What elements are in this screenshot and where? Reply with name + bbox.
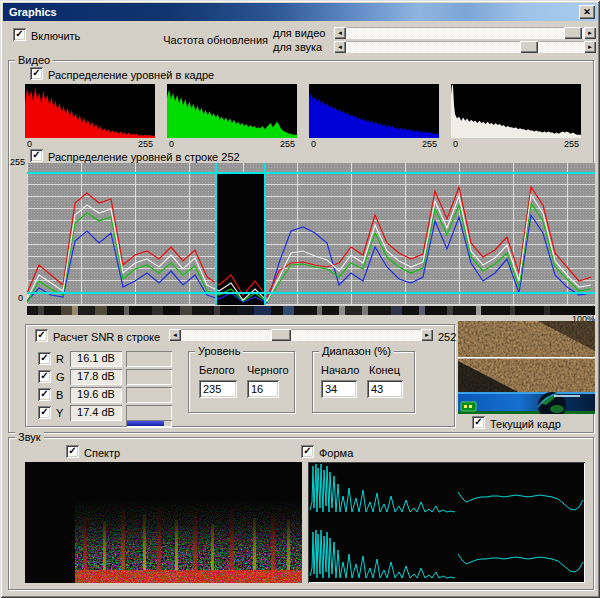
snr-g-label: G (56, 371, 65, 383)
video-frequency-thumb[interactable] (564, 27, 582, 39)
black-level-label: Черного (247, 364, 289, 376)
slider-left-arrow-icon[interactable]: ◄ (334, 27, 346, 39)
level-group: Уровень Белого Черного 235 16 (188, 351, 295, 413)
hist-green-min: 0 (169, 140, 174, 149)
close-icon: ✕ (583, 7, 591, 17)
check-icon: ✓ (68, 445, 76, 456)
slider-right-arrow-icon[interactable]: ► (421, 329, 433, 341)
snr-b-label: B (56, 389, 63, 401)
slider-left-arrow-icon[interactable]: ◄ (169, 329, 181, 341)
range-group: Диапазон (%) Начало Конец 34 43 (312, 351, 415, 413)
snr-label: Расчет SNR в строке (53, 331, 160, 343)
snr-y-label: Y (56, 407, 63, 419)
line-level-chart (27, 163, 595, 305)
line252-blue-trace (27, 215, 591, 303)
frame-distribution-label: Распределение уровней в кадре (48, 69, 214, 81)
waveform-ch2-burst (310, 530, 455, 578)
check-icon: ✓ (32, 67, 40, 78)
range-group-label: Диапазон (%) (319, 345, 394, 357)
histogram-blue-bars (309, 93, 439, 138)
snr-g-value: 17.8 dB (70, 369, 122, 385)
snr-y-checkbox[interactable]: ✓ (38, 406, 51, 419)
title-bar[interactable]: Graphics (3, 3, 597, 21)
shape-label: Форма (319, 447, 353, 459)
graphics-window: Graphics ✕ ✓ Включить Частота обновления… (0, 0, 600, 598)
snr-r-value: 16.1 dB (70, 351, 122, 367)
slider-right-arrow-icon[interactable]: ► (584, 27, 596, 39)
snr-b-value: 19.6 dB (70, 387, 122, 403)
snr-b-checkbox[interactable]: ✓ (38, 388, 51, 401)
white-level-field[interactable]: 235 (199, 380, 237, 398)
slider-right-arrow-icon[interactable]: ► (584, 41, 596, 53)
range-end-label: Конец (369, 364, 400, 376)
snr-g-bar (126, 369, 172, 385)
level-group-label: Уровень (195, 345, 243, 357)
hist-luma-min: 0 (453, 140, 458, 149)
snr-line-thumb[interactable] (271, 329, 291, 341)
check-icon: ✓ (474, 416, 482, 427)
current-frame-label: Текущий кадр (490, 418, 561, 430)
shape-checkbox[interactable]: ✓ (301, 445, 314, 458)
check-icon: ✓ (40, 406, 48, 417)
check-icon: ✓ (37, 329, 45, 340)
sound-group-label: Звук (15, 431, 44, 443)
enable-checkbox[interactable]: ✓ (13, 28, 26, 41)
current-frame-checkbox[interactable]: ✓ (472, 416, 485, 429)
histogram-red-bars (25, 87, 155, 138)
snr-y-value: 17.4 dB (70, 405, 122, 421)
hist-luma-max: 255 (564, 140, 579, 149)
range-end-line (264, 163, 266, 305)
hist-green-max: 255 (280, 140, 295, 149)
audio-spectrogram (25, 462, 302, 583)
hist-red-min: 0 (27, 140, 32, 149)
snr-r-label: R (56, 353, 64, 365)
hist-red-max: 255 (138, 140, 153, 149)
histogram-green-bars (167, 89, 297, 138)
line-distribution-checkbox[interactable]: ✓ (30, 149, 43, 162)
freq-label: Частота обновления (158, 34, 268, 46)
check-icon: ✓ (15, 28, 23, 39)
snr-g-checkbox[interactable]: ✓ (38, 370, 51, 383)
snr-r-checkbox[interactable]: ✓ (38, 352, 51, 365)
frame-distribution-checkbox[interactable]: ✓ (30, 67, 43, 80)
white-level-label: Белого (199, 364, 235, 376)
audio-frequency-slider[interactable]: ◄ ► (334, 41, 596, 53)
window-title: Graphics (9, 6, 57, 18)
snr-checkbox[interactable]: ✓ (35, 329, 48, 342)
range-end-field[interactable]: 43 (367, 380, 403, 398)
check-icon: ✓ (32, 149, 40, 160)
video-frequency-slider[interactable]: ◄ ► (334, 27, 596, 39)
chart-axis-min: 0 (18, 294, 23, 303)
range-start-label: Начало (321, 364, 359, 376)
chart-axis-max: 255 (10, 158, 25, 167)
spectrum-label: Спектр (84, 447, 120, 459)
spectrum-checkbox[interactable]: ✓ (66, 445, 79, 458)
histogram-red (25, 84, 155, 138)
line252-red-trace (27, 187, 591, 297)
current-frame-preview (458, 321, 595, 414)
snr-progress-bar (126, 420, 172, 427)
black-level-field[interactable]: 16 (247, 380, 279, 398)
audio-waveform (308, 462, 585, 583)
waveform-ch2-envelope (458, 554, 583, 572)
enable-label: Включить (31, 30, 80, 42)
waveform-ch1-envelope (458, 492, 583, 510)
snr-line-slider[interactable]: ◄ ► (169, 329, 433, 341)
slider-left-arrow-icon[interactable]: ◄ (334, 41, 346, 53)
snr-y-bar (126, 405, 172, 421)
range-start-field[interactable]: 34 (321, 380, 357, 398)
white-level-line (27, 172, 595, 174)
check-icon: ✓ (40, 370, 48, 381)
histogram-blue (309, 84, 439, 138)
snr-b-bar (126, 387, 172, 403)
hist-blue-max: 255 (422, 140, 437, 149)
check-icon: ✓ (303, 445, 311, 456)
snr-progress-fill (127, 421, 164, 426)
audio-frequency-thumb[interactable] (520, 41, 538, 53)
video-line-pixel-strip (27, 306, 595, 315)
snr-r-bar (126, 351, 172, 367)
line252-white-trace (27, 195, 591, 301)
histogram-luma-bars (451, 84, 581, 138)
close-button[interactable]: ✕ (579, 5, 595, 19)
histogram-luma (451, 84, 581, 138)
